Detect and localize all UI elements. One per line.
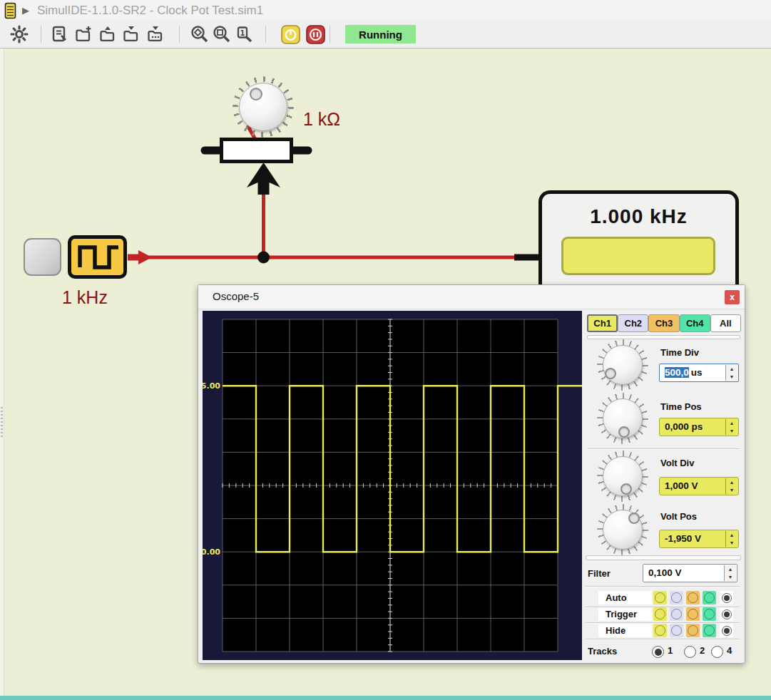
tab-all[interactable]: All [710,314,741,332]
tab-ch2[interactable]: Ch2 [618,314,648,332]
hide-row-label[interactable]: Hide [598,624,652,637]
tab-ch1[interactable]: Ch1 [587,314,618,332]
trigger-radio[interactable] [720,607,733,621]
open-circuit-icon [98,25,117,43]
hide-ch1-button[interactable] [653,624,667,637]
new-circuit-button[interactable] [73,24,94,45]
radio-icon [722,626,732,636]
zoom-one-to-one-button[interactable]: 1 [233,24,255,45]
time-pos-knob[interactable] [597,393,648,444]
time-div-value: 500,0 [665,367,689,378]
filter-input[interactable]: 0,100 V ▲▼ [643,564,737,582]
save-circuit-as-icon [146,25,165,43]
power-icon [281,25,300,44]
hide-ch3-button[interactable] [686,624,700,637]
auto-ch2-button[interactable] [670,591,683,604]
section-separator [586,586,740,587]
pause-icon [306,25,325,44]
time-pos-input[interactable]: 0,000 ps ▲▼ [659,418,739,436]
zoom-to-selection-button[interactable] [211,24,233,45]
hide-radio[interactable] [720,624,733,637]
zoom-one-to-one-icon: 1 [235,25,253,43]
main-toolbar: 1 Running [0,21,771,48]
volt-pos-input[interactable]: -1,950 V ▲▼ [659,530,739,548]
volt-pos-label: Volt Pos [660,511,697,522]
knob-indicator-dot [618,426,630,438]
spin-up-icon: ▲ [725,565,736,573]
svg-text:0.00: 0.00 [203,547,220,557]
auto-radio[interactable] [720,591,733,604]
trigger-ch2-button[interactable] [670,607,683,621]
panel-scrollbar[interactable] [586,555,741,560]
tracks-2-radio[interactable] [684,646,696,658]
tracks-1-radio[interactable] [652,646,664,658]
clock-label: 1 kHz [62,287,108,308]
app-titlebar[interactable]: ▶ SimulIDE-1.1.0-SR2 - Clock Pot Test.si… [0,0,771,21]
clock-toggle-button[interactable] [24,238,61,276]
pause-button[interactable] [305,24,326,45]
save-circuit-button[interactable] [121,24,142,45]
close-button[interactable]: x [725,290,740,304]
zoom-to-fit-button[interactable] [189,24,210,45]
potentiometer-knob[interactable] [233,76,294,138]
trigger-ch4-button[interactable] [703,607,716,621]
hide-ch4-button[interactable] [703,624,716,637]
auto-ch1-button[interactable] [653,591,667,604]
oscope-window: Oscope-5 x 5.000.00 Ch1 Ch2 Ch3 Ch4 All … [198,284,745,664]
trigger-ch1-button[interactable] [653,607,667,621]
time-div-label: Time Div [660,347,699,358]
oscope-titlebar[interactable]: Oscope-5 x [198,285,745,309]
trigger-row-label[interactable]: Trigger [598,607,652,621]
app-title: SimulIDE-1.1.0-SR2 - Clock Pot Test.sim1 [37,4,263,18]
frequency-reading: 1.000 kHz [542,205,735,228]
clock-component[interactable] [68,235,127,279]
section-separator [587,448,739,450]
save-circuit-as-button[interactable] [145,24,166,45]
simulide-app-icon [4,2,17,19]
time-div-input[interactable]: 500,0us ▲▼ [659,364,739,382]
power-button[interactable] [280,24,301,45]
tab-ch3[interactable]: Ch3 [648,314,679,332]
row-separator [586,639,740,640]
volt-div-input[interactable]: 1,000 V ▲▼ [659,477,739,495]
save-circuit-icon [122,25,141,43]
volt-pos-knob[interactable] [597,504,648,555]
volt-pos-value: -1,950 V [665,533,701,544]
volt-div-spinner[interactable]: ▲▼ [725,478,737,494]
auto-row-label[interactable]: Auto [598,591,652,604]
tracks-label: Tracks [588,646,617,657]
left-panel-splitter[interactable] [0,48,4,696]
settings-button[interactable] [9,24,30,45]
toolbar-separator [41,26,41,43]
tab-ch4[interactable]: Ch4 [680,314,710,332]
svg-text:5.00: 5.00 [203,381,220,391]
channel-tabs: Ch1 Ch2 Ch3 Ch4 All [587,314,741,332]
hide-ch2-button[interactable] [670,624,683,637]
square-wave-icon [71,239,123,275]
filter-spinner[interactable]: ▲▼ [724,565,736,581]
component-list-button[interactable] [49,24,71,45]
oscope-window-title: Oscope-5 [213,290,259,302]
time-pos-spinner[interactable]: ▲▼ [725,419,737,435]
knob-indicator-dot [621,483,632,495]
bottom-panel-edge[interactable] [0,696,771,700]
potentiometer-body[interactable] [220,138,293,163]
spin-down-icon: ▼ [726,486,737,494]
time-div-spinner[interactable]: ▲▼ [725,365,737,381]
spin-down-icon: ▼ [726,373,737,381]
volt-div-knob[interactable] [597,451,648,502]
splitter-handle-icon [1,407,3,437]
spin-down-icon: ▼ [726,427,737,435]
zoom-to-fit-icon [190,25,209,43]
trigger-ch3-button[interactable] [686,607,700,621]
time-div-knob[interactable] [597,339,648,391]
radio-icon [722,593,732,603]
toolbar-separator [179,26,180,43]
open-circuit-button[interactable] [97,24,118,45]
volt-pos-spinner[interactable]: ▲▼ [725,531,737,547]
gear-icon [10,25,29,43]
auto-ch4-button[interactable] [703,591,716,604]
auto-ch3-button[interactable] [686,591,700,604]
tracks-4-radio[interactable] [711,646,723,658]
spin-up-icon: ▲ [726,419,737,427]
